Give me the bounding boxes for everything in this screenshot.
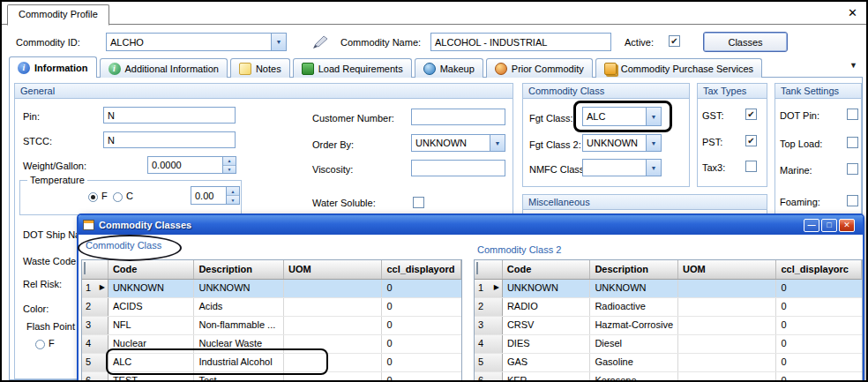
table-row[interactable]: 5 GAS Gasoline 0 (475, 354, 862, 372)
column-header-displayorder[interactable]: ccl_displayorc (776, 260, 862, 279)
uom-cell[interactable] (678, 298, 776, 316)
row-number-cell[interactable]: 5 (82, 354, 108, 371)
description-cell[interactable]: Industrial Alcohol (194, 354, 284, 371)
table-row[interactable]: 2 ACIDS Acids 0 (82, 298, 461, 317)
marine-checkbox[interactable] (847, 163, 858, 175)
row-number-cell[interactable]: 2 (475, 298, 503, 316)
description-cell[interactable]: Non-flammable ... (194, 317, 284, 334)
chevron-down-icon[interactable]: ▼ (646, 135, 661, 151)
fgt-class-combo[interactable]: ALC ▼ (582, 107, 662, 126)
description-cell[interactable]: UNKNOWN (194, 280, 284, 297)
column-header-description[interactable]: Description (590, 260, 678, 279)
table-row[interactable]: 3 NFL Non-flammable ... 0 (82, 317, 461, 335)
code-cell[interactable]: ACIDS (108, 298, 195, 316)
column-header-code[interactable]: Code (503, 260, 591, 279)
uom-cell[interactable] (678, 280, 776, 297)
nmfc-class-combo[interactable]: ▼ (582, 159, 662, 176)
code-cell[interactable]: Nuclear (108, 335, 195, 353)
table-row[interactable]: 3 CRSV Hazmat-Corrosive 0 (475, 317, 862, 335)
spinner[interactable]: ▲▼ (222, 157, 236, 173)
spinner-up-icon[interactable]: ▲ (223, 157, 236, 166)
description-cell[interactable]: Gasoline (590, 354, 678, 371)
displayorder-cell[interactable]: 0 (776, 335, 862, 353)
minimize-icon[interactable]: — (804, 219, 819, 232)
table-row[interactable]: 4 DIES Diesel 0 (475, 335, 862, 354)
uom-cell[interactable] (284, 372, 382, 382)
description-cell[interactable]: Nuclear Waste (194, 335, 284, 353)
displayorder-cell[interactable]: 0 (776, 354, 862, 371)
uom-cell[interactable] (284, 354, 382, 371)
row-number-cell[interactable]: 2 (82, 298, 108, 316)
uom-cell[interactable] (678, 335, 776, 353)
row-number-cell[interactable]: 1▶ (475, 280, 503, 297)
table-row[interactable]: 1▶ UNKNOWN UNKNOWN 0 (475, 280, 862, 298)
fgt-class2-combo[interactable]: UNKNOWN ▼ (582, 134, 662, 152)
displayorder-cell[interactable]: 0 (776, 372, 862, 382)
row-number-cell[interactable]: 3 (82, 317, 108, 334)
chevron-down-icon[interactable]: ▼ (646, 160, 661, 176)
grid-corner-cell[interactable] (475, 260, 503, 279)
uom-cell[interactable] (284, 298, 382, 316)
row-number-cell[interactable]: 4 (82, 335, 108, 353)
table-row[interactable]: 5 ALC Industrial Alcohol 0 (82, 354, 461, 372)
column-header-uom[interactable]: UOM (284, 260, 382, 279)
table-row[interactable]: 2 RADIO Radioactive 0 (475, 298, 862, 317)
temperature-f-radio[interactable] (88, 192, 98, 202)
table-row[interactable]: 1▶ UNKNOWN UNKNOWN 0 (82, 280, 461, 298)
displayorder-cell[interactable]: 0 (776, 280, 862, 297)
tab-overflow-icon[interactable]: ▼ (849, 61, 863, 73)
table-row[interactable]: 4 Nuclear Nuclear Waste 0 (82, 335, 461, 354)
displayorder-cell[interactable]: 0 (776, 317, 862, 334)
displayorder-cell[interactable]: 0 (382, 335, 461, 353)
code-cell[interactable]: UNKNOWN (108, 280, 195, 297)
description-cell[interactable]: Acids (194, 298, 284, 316)
grid-corner-cell[interactable] (82, 260, 108, 279)
code-cell[interactable]: ALC (108, 354, 195, 371)
row-number-cell[interactable]: 4 (475, 335, 503, 353)
pst-checkbox[interactable]: ✔ (745, 135, 757, 146)
tab-notes[interactable]: Notes (230, 58, 290, 78)
spinner-down-icon[interactable]: ▼ (227, 196, 239, 204)
commodity-name-field[interactable]: ALCOHOL - INDUSTRIAL (430, 33, 611, 51)
maximize-icon[interactable]: □ (821, 219, 837, 232)
active-checkbox[interactable]: ✔ (669, 35, 680, 47)
uom-cell[interactable] (678, 372, 776, 382)
tab-additional-information[interactable]: i Additional Information (100, 58, 228, 78)
pin-field[interactable]: N (103, 107, 236, 124)
displayorder-cell[interactable]: 0 (382, 354, 461, 371)
displayorder-cell[interactable]: 0 (382, 280, 461, 297)
chevron-down-icon[interactable]: ▼ (271, 34, 286, 50)
description-cell[interactable]: Hazmat-Corrosive (590, 317, 678, 334)
column-header-uom[interactable]: UOM (678, 260, 776, 279)
row-number-cell[interactable]: 1▶ (82, 280, 108, 297)
displayorder-cell[interactable]: 0 (776, 298, 862, 316)
row-number-cell[interactable]: 3 (475, 317, 503, 334)
code-cell[interactable]: UNKNOWN (503, 280, 591, 297)
description-cell[interactable]: Diesel (590, 335, 678, 353)
temperature-c-radio[interactable] (113, 192, 123, 202)
tab-makeup[interactable]: Makeup (415, 58, 483, 78)
displayorder-cell[interactable]: 0 (382, 372, 461, 382)
code-cell[interactable]: RADIO (503, 298, 591, 316)
close-icon[interactable]: ✕ (848, 6, 857, 19)
weight-gallon-stepper[interactable]: 0.0000 ▲▼ (147, 156, 236, 174)
row-number-cell[interactable]: 6 (82, 372, 108, 382)
spinner-up-icon[interactable]: ▲ (227, 187, 239, 196)
uom-cell[interactable] (678, 317, 776, 334)
spinner[interactable]: ▲▼ (226, 187, 239, 204)
classes-button[interactable]: Classes (703, 32, 788, 52)
uom-cell[interactable] (284, 317, 382, 334)
displayorder-cell[interactable]: 0 (382, 317, 461, 334)
chevron-down-icon[interactable]: ▼ (490, 135, 505, 151)
column-header-description[interactable]: Description (194, 260, 284, 279)
code-cell[interactable]: DIES (503, 335, 591, 353)
gst-checkbox[interactable]: ✔ (745, 109, 757, 120)
commodity-id-combo[interactable]: ALCHO ▼ (106, 33, 287, 51)
chevron-down-icon[interactable]: ▼ (646, 108, 661, 125)
table-row[interactable]: 6 KER Kerosene 0 (475, 372, 862, 382)
stcc-field[interactable]: N (103, 131, 236, 148)
code-cell[interactable]: KER (503, 372, 591, 382)
table-row[interactable]: 6 TEST Test 0 (82, 372, 461, 382)
row-number-cell[interactable]: 6 (475, 372, 503, 382)
code-cell[interactable]: GAS (503, 354, 591, 371)
